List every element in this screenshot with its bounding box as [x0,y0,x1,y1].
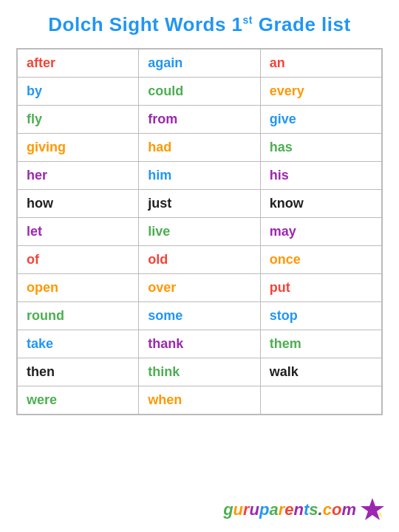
word-cell: some [139,302,261,330]
word-cell: giving [17,134,139,162]
word-cell: every [260,78,382,106]
word-cell: live [139,218,261,246]
word-cell: her [17,162,139,190]
word-cell: thank [139,330,261,358]
page: Dolch Sight Words 1st Grade list afterag… [0,0,399,532]
word-cell: may [260,218,382,246]
word-cell: his [260,162,382,190]
svg-marker-0 [361,498,384,520]
word-table: afteragainanbycouldeveryflyfromgivegivin… [16,48,383,415]
page-title: Dolch Sight Words 1st Grade list [16,13,383,36]
word-cell: put [260,274,382,302]
word-cell: once [260,246,382,274]
word-cell: just [139,190,261,218]
word-cell: when [139,386,261,415]
word-cell: then [17,358,139,386]
word-cell: over [139,274,261,302]
word-cell: know [260,190,382,218]
word-cell: round [17,302,139,330]
word-cell: stop [260,302,382,330]
word-cell: fly [17,106,139,134]
word-cell: of [17,246,139,274]
word-cell: an [260,49,382,78]
word-cell: walk [260,358,382,386]
svg-marker-1 [378,511,383,517]
word-cell: had [139,134,261,162]
star-icon [359,497,386,523]
word-cell: give [260,106,382,134]
word-cell: from [139,106,261,134]
word-cell: take [17,330,139,358]
word-cell: him [139,162,261,190]
word-cell: has [260,134,382,162]
word-cell: by [17,78,139,106]
word-cell: were [17,386,139,415]
word-cell: think [139,358,261,386]
word-cell: open [17,274,139,302]
word-cell: how [17,190,139,218]
brand-text: guruparents.com [223,500,356,519]
word-cell: let [17,218,139,246]
word-cell [260,386,382,415]
word-cell: after [17,49,139,78]
word-cell: them [260,330,382,358]
word-cell: again [139,49,261,78]
word-cell: old [139,246,261,274]
word-cell: could [139,78,261,106]
footer: guruparents.com [223,497,386,523]
